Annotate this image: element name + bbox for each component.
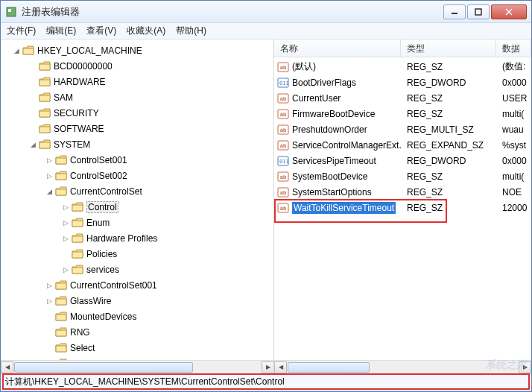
value-type: REG_DWORD	[401, 78, 496, 88]
col-data[interactable]: 数据	[496, 39, 531, 57]
scroll-right-icon[interactable]: ▶	[262, 361, 274, 373]
scroll-thumb[interactable]	[14, 362, 193, 373]
value-type: REG_DWORD	[401, 156, 496, 166]
tree-pane[interactable]: ◢HKEY_LOCAL_MACHINEBCD00000000HARDWARESA…	[1, 39, 274, 373]
menu-help[interactable]: 帮助(H)	[176, 25, 206, 37]
folder-icon	[72, 218, 83, 228]
tree-row[interactable]: MountedDevices	[4, 309, 273, 324]
collapse-icon[interactable]: ◢	[29, 140, 37, 148]
expand-icon[interactable]: ▷	[45, 297, 54, 305]
value-name: PreshutdownOrder	[292, 124, 367, 135]
value-data: multi(	[496, 109, 531, 119]
tree-label: SECURITY	[54, 108, 99, 118]
menu-file[interactable]: 文件(F)	[7, 25, 36, 37]
value-data: 0x000	[496, 78, 531, 88]
value-name: BootDriverFlags	[292, 78, 356, 88]
list-row[interactable]: abSystemStartOptionsREG_SZNOE	[274, 184, 531, 200]
tree-row[interactable]: SAM	[4, 89, 273, 105]
folder-icon	[55, 171, 67, 181]
list-header: 名称 类型 数据	[274, 39, 531, 57]
collapse-icon[interactable]: ◢	[13, 46, 21, 54]
value-data: multi(	[496, 171, 531, 182]
value-type: REG_EXPAND_SZ	[401, 140, 496, 151]
svg-text:011: 011	[279, 80, 289, 86]
list-row[interactable]: abCurrentUserREG_SZUSER	[274, 90, 531, 106]
svg-text:ab: ab	[280, 206, 286, 211]
tree-row[interactable]: SECURITY	[4, 105, 273, 121]
scroll-left-icon[interactable]: ◀	[1, 361, 13, 373]
tree-row[interactable]: ▷services	[4, 262, 273, 277]
tree-row[interactable]: ▷GlassWire	[4, 293, 273, 309]
list-hscrollbar[interactable]: ◀ ▶	[274, 360, 531, 373]
tree-row[interactable]: ▷ControlSet002	[4, 168, 273, 183]
list-row[interactable]: abWaitToKillServiceTimeoutREG_SZ12000	[274, 200, 531, 215]
tree-label: HARDWARE	[54, 77, 106, 87]
tree-row[interactable]: SOFTWARE	[4, 121, 273, 136]
tree-row[interactable]: ▷Enum	[4, 215, 273, 230]
tree-row[interactable]: RNG	[4, 324, 273, 340]
tree-row[interactable]: ▷ControlSet001	[4, 152, 273, 168]
collapse-icon[interactable]: ◢	[45, 187, 54, 195]
tree-row[interactable]: Policies	[4, 246, 273, 262]
menu-edit[interactable]: 编辑(E)	[46, 25, 76, 37]
tree-row[interactable]: HARDWARE	[4, 74, 273, 89]
value-type: REG_SZ	[401, 93, 496, 104]
titlebar[interactable]: 注册表编辑器	[1, 1, 531, 23]
list-row[interactable]: 011ServicesPipeTimeoutREG_DWORD0x000	[274, 153, 531, 168]
minimize-button[interactable]	[443, 4, 466, 19]
value-name: SystemBootDevice	[292, 171, 367, 182]
list-pane[interactable]: 名称 类型 数据 ab(默认)REG_SZ(数值:011BootDriverFl…	[274, 39, 531, 373]
menubar: 文件(F) 编辑(E) 查看(V) 收藏夹(A) 帮助(H)	[1, 23, 531, 39]
value-data: NOE	[496, 187, 531, 197]
expand-icon[interactable]: ▷	[62, 218, 70, 227]
tree-label: ControlSet001	[70, 155, 127, 165]
maximize-button[interactable]	[467, 4, 490, 19]
menu-view[interactable]: 查看(V)	[86, 25, 116, 37]
scroll-thumb[interactable]	[288, 362, 370, 373]
folder-icon	[72, 249, 83, 259]
col-type[interactable]: 类型	[401, 39, 496, 57]
tree-label: SYSTEM	[54, 139, 90, 150]
expand-icon[interactable]: ▷	[62, 265, 70, 274]
tree-row[interactable]: ◢CurrentControlSet	[4, 183, 273, 199]
value-string-icon: ab	[277, 92, 289, 104]
tree-row[interactable]: BCD00000000	[4, 58, 273, 74]
tree-hscrollbar[interactable]: ◀ ▶	[1, 360, 274, 373]
svg-text:011: 011	[279, 159, 289, 165]
tree-row[interactable]: Select	[4, 340, 273, 355]
folder-icon	[39, 139, 51, 150]
value-data: 0x000	[496, 156, 531, 166]
value-binary-icon: 011	[277, 77, 289, 89]
window-title: 注册表编辑器	[22, 5, 443, 19]
tree-row[interactable]: ▷Control	[4, 199, 273, 215]
folder-icon	[55, 280, 67, 291]
value-string-icon: ab	[277, 61, 289, 73]
expand-icon[interactable]: ▷	[45, 281, 54, 289]
value-name: ServicesPipeTimeout	[292, 156, 376, 166]
folder-icon	[55, 186, 67, 197]
list-row[interactable]: ab(默认)REG_SZ(数值:	[274, 59, 531, 75]
scroll-left-icon[interactable]: ◀	[274, 361, 287, 373]
col-name[interactable]: 名称	[274, 39, 401, 57]
list-row[interactable]: abFirmwareBootDeviceREG_SZmulti(	[274, 106, 531, 121]
list-row[interactable]: 011BootDriverFlagsREG_DWORD0x000	[274, 75, 531, 90]
tree-row[interactable]: ◢HKEY_LOCAL_MACHINE	[4, 42, 273, 58]
value-type: REG_SZ	[401, 203, 496, 213]
tree-label: SOFTWARE	[54, 124, 104, 134]
list-row[interactable]: abPreshutdownOrderREG_MULTI_SZwuau	[274, 121, 531, 137]
close-button[interactable]	[491, 4, 527, 19]
tree-label: MountedDevices	[70, 312, 136, 322]
tree-row[interactable]: ▷Hardware Profiles	[4, 230, 273, 246]
list-row[interactable]: abServiceControlManagerExt...REG_EXPAND_…	[274, 137, 531, 153]
expand-icon[interactable]: ▷	[45, 171, 54, 180]
folder-icon	[55, 343, 67, 353]
menu-favorites[interactable]: 收藏夹(A)	[127, 25, 165, 37]
value-name: WaitToKillServiceTimeout	[292, 202, 396, 214]
list-row[interactable]: abSystemBootDeviceREG_SZmulti(	[274, 168, 531, 184]
expand-icon[interactable]: ▷	[45, 156, 54, 164]
expand-icon[interactable]: ▷	[62, 203, 70, 211]
tree-row[interactable]: ▷CurrentControlSet001	[4, 277, 273, 293]
expand-icon[interactable]: ▷	[62, 234, 70, 242]
tree-row[interactable]: ◢SYSTEM	[4, 136, 273, 152]
scroll-right-icon[interactable]: ▶	[519, 361, 531, 373]
